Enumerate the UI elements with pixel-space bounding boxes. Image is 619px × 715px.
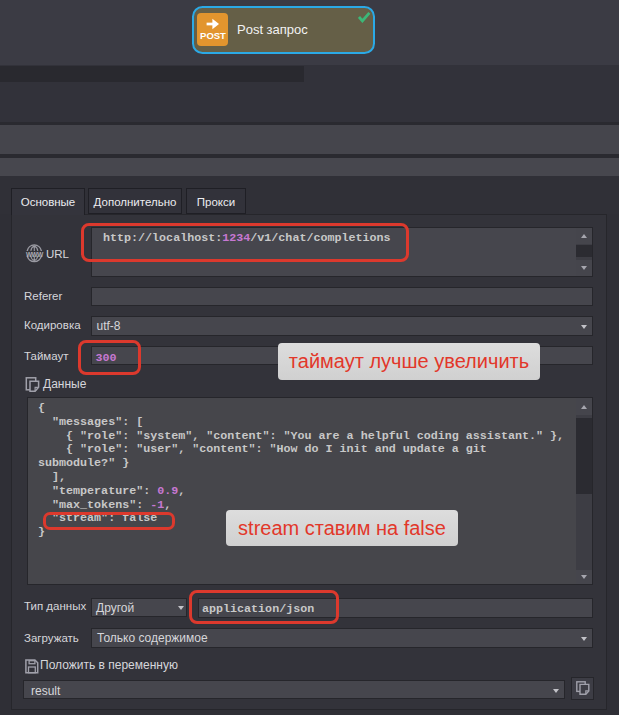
svg-text:POST: POST xyxy=(200,30,226,41)
svg-text:WWW: WWW xyxy=(26,251,44,258)
